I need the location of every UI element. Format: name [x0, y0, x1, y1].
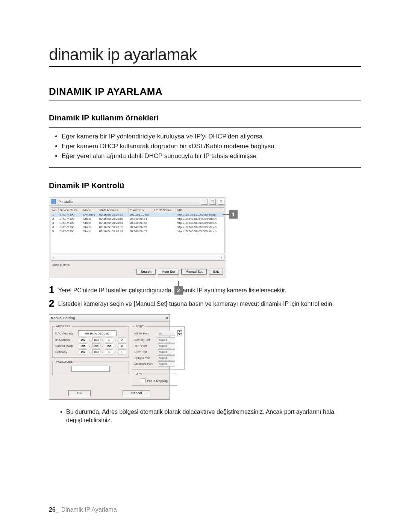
step-number: 2 [49, 298, 54, 308]
callout-number: 2 [174, 286, 183, 295]
subnet-label: Subnet Mask [55, 344, 77, 348]
ip-installer-window: IP Installer _ □ × No Device Name Mode M… [49, 198, 226, 278]
http-port-field[interactable] [158, 331, 175, 336]
page-footer: 26_Dinamik IP Ayarlama [49, 506, 117, 513]
table-row[interactable]: 3SNC-M300Static00:16:6c:00:20:d110.240.5… [51, 221, 224, 225]
callout-2: 2 [174, 281, 183, 295]
subnet-octet[interactable] [79, 343, 87, 348]
group-label: PASSWORD [55, 360, 74, 363]
password-group: PASSWORD [52, 360, 129, 375]
callout-number: 1 [229, 210, 238, 219]
ip-octet[interactable] [105, 337, 113, 342]
app-icon [51, 199, 56, 204]
bullet-list: Eğer kamera bir IP yönlendiriciye kurulu… [49, 133, 361, 160]
group-label: PORT [135, 325, 145, 328]
port-label: Multicast Port [135, 362, 156, 366]
col-mode: Mode [82, 208, 98, 213]
maximize-button[interactable]: □ [209, 199, 216, 205]
port-group: PORT HTTP Port▲▼ Device Port TCP Port UD… [132, 325, 185, 370]
step-text: Listedeki kamerayı seçin ve [Manual Set]… [58, 300, 333, 308]
status-text: Scan 5 Items [49, 262, 226, 267]
note-text: Bu durumda, Adres bölgesi otomatik olara… [60, 408, 361, 424]
udp-port-field[interactable] [158, 349, 175, 354]
col-no: No [51, 208, 58, 213]
step-text: Yerel PC'nizde IP Installer çalıştırdığı… [58, 286, 286, 295]
gateway-octet[interactable] [79, 349, 87, 354]
table-row[interactable]: 2SNC-M300Static00:16:6c:00:20:c810.240.5… [51, 217, 224, 221]
port-label: TCP Port [135, 344, 156, 348]
close-button[interactable]: × [166, 316, 168, 320]
bullet-item: Eğer kamera DHCP kullanarak doğrudan bir… [62, 143, 361, 150]
col-url: URL [176, 208, 224, 213]
gateway-octet[interactable] [92, 349, 100, 354]
upload-port-field[interactable] [158, 355, 175, 360]
ip-octet[interactable] [79, 337, 87, 342]
gateway-label: Gateway [55, 350, 77, 354]
group-label: ADDRESS [55, 325, 72, 328]
port-mapping-checkbox[interactable] [141, 378, 145, 383]
table-row[interactable]: 5SNC-M300Static00:16:6c:00:20:b110.240.5… [51, 229, 224, 233]
ip-octet[interactable] [92, 337, 100, 342]
step-number: 1 [49, 285, 54, 295]
manual-set-button[interactable]: Manual Set [181, 269, 207, 275]
mac-label: MAC Address [55, 332, 77, 335]
device-table[interactable]: No Device Name Mode MAC Address IP Addre… [51, 207, 224, 253]
rule [49, 127, 361, 128]
footer-label: Dinamik IP Ayarlama [61, 506, 117, 513]
spin-up-icon[interactable]: ▲ [177, 330, 182, 333]
col-ip: IP Address [128, 208, 153, 213]
page-number: 26_ [49, 506, 59, 513]
table-row[interactable]: 1SNC-M300Dynamic00:16:6c:00:20:d6192.168… [51, 213, 224, 217]
ok-button[interactable]: OK [68, 390, 91, 396]
bullet-item: Eğer yerel alan ağında dahili DHCP sunuc… [62, 152, 361, 160]
checkbox-label: PORT Mapping [147, 379, 168, 383]
port-label: Upload Port [135, 356, 156, 360]
subheading-examples: Dinamik IP kullanım örnekleri [49, 113, 361, 122]
tcp-port-field[interactable] [158, 343, 175, 348]
ip-label: IP Address [55, 338, 77, 342]
address-group: ADDRESS MAC Address IP Address . . . Sub… [52, 325, 129, 358]
search-button[interactable]: Search [136, 269, 156, 275]
table-row[interactable]: 4SNC-M300Static00:16:6c:00:20:d010.240.5… [51, 225, 224, 229]
upnp-group: UPnP PORT Mapping [132, 372, 177, 386]
subnet-octet[interactable] [105, 343, 113, 348]
cancel-button[interactable]: Cancel [123, 390, 150, 396]
minimize-button[interactable]: _ [201, 199, 208, 205]
mac-field [78, 330, 117, 336]
manual-setting-dialog: Manual Setting × ADDRESS MAC Address IP … [49, 314, 170, 400]
exit-button[interactable]: Exit [209, 269, 223, 275]
port-label: Device Port [135, 338, 156, 342]
gateway-octet[interactable] [118, 349, 126, 354]
password-field[interactable] [71, 366, 110, 372]
section-heading: DINAMIK IP AYARLAMA [49, 86, 361, 100]
multicast-port-field[interactable] [158, 361, 175, 366]
device-port-field[interactable] [158, 337, 175, 342]
scroll-right-icon[interactable]: › [219, 256, 224, 260]
subnet-octet[interactable] [118, 343, 126, 348]
callout-1: 1 [223, 210, 238, 219]
col-mac: MAC Address [98, 208, 128, 213]
close-button[interactable]: × [218, 199, 224, 205]
spin-down-icon[interactable]: ▼ [177, 333, 182, 336]
group-label: UPnP [135, 372, 145, 375]
subheading-control: Dinamik IP Kontrolü [49, 181, 361, 190]
gateway-octet[interactable] [105, 349, 113, 354]
col-upnp: UPnP Status [153, 208, 176, 213]
port-label: UDP Port [135, 350, 156, 354]
h-scrollbar[interactable]: ‹ › [51, 255, 224, 261]
col-name: Device Name [58, 208, 82, 213]
window-title: IP Installer [58, 200, 73, 204]
subnet-octet[interactable] [92, 343, 100, 348]
ip-octet[interactable] [118, 337, 126, 342]
bullet-item: Eğer kamera bir IP yönlendiriciye kurulu… [62, 133, 361, 140]
auto-set-button[interactable]: Auto Set [158, 269, 179, 275]
port-label: HTTP Port [135, 332, 156, 335]
page-title: dinamik ip ayarlamak [49, 45, 361, 67]
dialog-title: Manual Setting [51, 316, 75, 320]
scroll-left-icon[interactable]: ‹ [51, 256, 56, 260]
